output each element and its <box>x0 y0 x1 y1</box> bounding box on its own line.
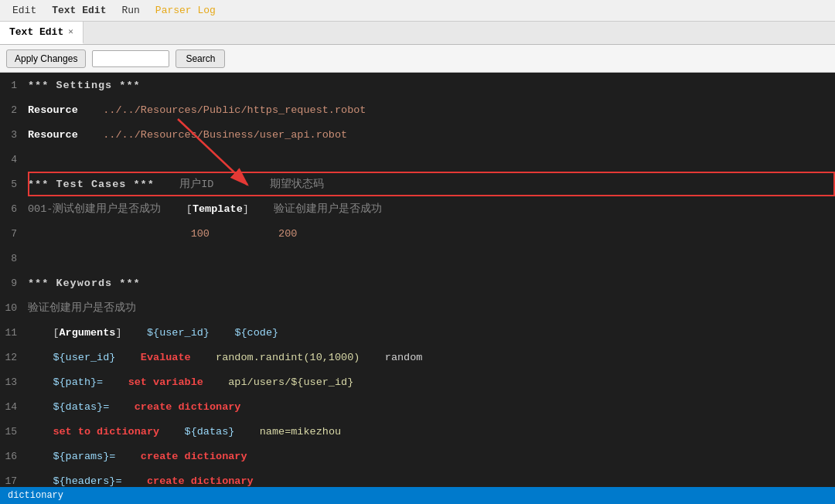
line-content-1: *** Settings *** <box>22 80 835 91</box>
line-num-7: 7 <box>0 228 22 240</box>
code-line-5: 5 *** Test Cases *** 用户ID 期望状态码 <box>0 172 835 196</box>
menu-run[interactable]: Run <box>115 3 145 18</box>
line-content-3: Resource ../../Resources/Business/user_a… <box>22 129 835 141</box>
line-num-11: 11 <box>0 327 22 339</box>
tab-close-icon[interactable]: ✕ <box>68 28 73 36</box>
line-content-5: *** Test Cases *** 用户ID 期望状态码 <box>22 177 835 191</box>
line-num-13: 13 <box>0 376 22 388</box>
code-line-8: 8 <box>0 246 835 271</box>
search-input[interactable] <box>92 50 169 67</box>
line-num-6: 6 <box>0 203 22 215</box>
line-num-1: 1 <box>0 80 22 91</box>
editor: 1 *** Settings *** 2 Resource ../../Reso… <box>0 73 835 504</box>
line-content-10: 验证创建用户是否成功 <box>22 301 835 315</box>
tab-textedit[interactable]: Text Edit ✕ <box>0 22 84 44</box>
code-line-1: 1 *** Settings *** <box>0 73 835 97</box>
toolbar: Apply Changes Search <box>0 45 835 73</box>
menu-bar: Edit Text Edit Run Parser Log <box>0 0 835 22</box>
line-content-17: ${headers}= create dictionary <box>22 475 835 487</box>
line-num-9: 9 <box>0 278 22 289</box>
code-line-16: 16 ${params}= create dictionary <box>0 444 835 468</box>
line-content-7: 100 200 <box>22 228 835 240</box>
code-line-13: 13 ${path}= set variable api/users/${use… <box>0 369 835 394</box>
line-num-16: 16 <box>0 451 22 462</box>
tab-label: Text Edit <box>9 26 63 38</box>
code-line-6: 6 001-测试创建用户是否成功 [Template] 验证创建用户是否成功 <box>0 196 835 221</box>
line-content-2: Resource ../../Resources/Public/https_re… <box>22 104 835 116</box>
line-content-9: *** Keywords *** <box>22 278 835 289</box>
code-line-11: 11 [Arguments] ${user_id} ${code} <box>0 320 835 345</box>
status-text: dictionary <box>8 490 63 501</box>
line-num-5: 5 <box>0 179 22 190</box>
code-line-2: 2 Resource ../../Resources/Public/https_… <box>0 97 835 122</box>
menu-edit[interactable]: Edit <box>6 3 43 18</box>
code-line-3: 3 Resource ../../Resources/Business/user… <box>0 122 835 147</box>
code-line-9: 9 *** Keywords *** <box>0 271 835 295</box>
line-num-14: 14 <box>0 401 22 413</box>
line-num-12: 12 <box>0 352 22 363</box>
line-num-15: 15 <box>0 426 22 438</box>
line-num-2: 2 <box>0 104 22 116</box>
code-line-4: 4 <box>0 147 835 172</box>
tab-bar: Text Edit ✕ <box>0 22 835 45</box>
code-line-15: 15 set to dictionary ${datas} name=mikez… <box>0 419 835 444</box>
line-num-10: 10 <box>0 302 22 314</box>
code-area: 1 *** Settings *** 2 Resource ../../Reso… <box>0 73 835 504</box>
line-content-6: 001-测试创建用户是否成功 [Template] 验证创建用户是否成功 <box>22 202 835 216</box>
line-content-11: [Arguments] ${user_id} ${code} <box>22 327 835 339</box>
line-content-15: set to dictionary ${datas} name=mikezhou <box>22 426 835 438</box>
line-num-3: 3 <box>0 129 22 141</box>
menu-parserlog[interactable]: Parser Log <box>149 3 222 18</box>
search-button[interactable]: Search <box>176 49 225 68</box>
line-num-17: 17 <box>0 475 22 487</box>
code-line-7: 7 100 200 <box>0 221 835 246</box>
code-line-10: 10 验证创建用户是否成功 <box>0 295 835 320</box>
line-content-13: ${path}= set variable api/users/${user_i… <box>22 376 835 388</box>
line-num-4: 4 <box>0 154 22 165</box>
line-content-12: ${user_id} Evaluate random.randint(10,10… <box>22 352 835 363</box>
apply-changes-button[interactable]: Apply Changes <box>6 49 86 68</box>
line-content-16: ${params}= create dictionary <box>22 451 835 462</box>
menu-textedit[interactable]: Text Edit <box>46 3 112 18</box>
code-line-12: 12 ${user_id} Evaluate random.randint(10… <box>0 345 835 369</box>
line-content-14: ${datas}= create dictionary <box>22 401 835 413</box>
status-bar: dictionary <box>0 487 835 504</box>
line-num-8: 8 <box>0 253 22 264</box>
code-line-14: 14 ${datas}= create dictionary <box>0 394 835 419</box>
